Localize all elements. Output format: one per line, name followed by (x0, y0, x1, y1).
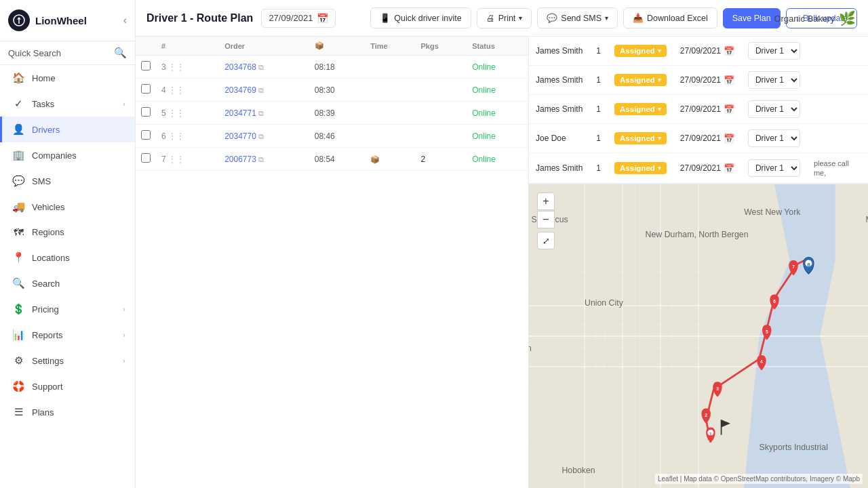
note-text: please call me, (814, 159, 849, 177)
copy-icon: ⧉ (258, 155, 264, 163)
svg-text:Union City: Union City (585, 298, 624, 308)
sidebar-item-label: Plans (32, 407, 125, 418)
row-checkbox[interactable] (141, 61, 151, 70)
driver-select[interactable]: Driver 1 (748, 71, 800, 89)
row-checkbox[interactable] (141, 84, 151, 94)
sidebar-item-reports[interactable]: 📊 Reports › (0, 322, 135, 348)
svg-text:Hoboken: Hoboken (561, 466, 595, 475)
sidebar-item-tasks[interactable]: ✓ Tasks › (0, 91, 135, 117)
sidebar-item-label: Regions (32, 227, 125, 237)
date-cell: 27/09/2021 📅 (680, 134, 734, 144)
order-link[interactable]: 2034768 (224, 62, 256, 72)
sidebar-item-home[interactable]: 🏠 Home (0, 65, 135, 91)
row-checkbox[interactable] (141, 153, 151, 163)
right-panel: James Smith 1 Assigned ▾ 27/09/2021 📅 Dr… (529, 37, 868, 488)
order-link[interactable]: 2034771 (224, 108, 256, 118)
recipient-name: James Smith (529, 95, 589, 124)
order-link[interactable]: 2006773 (224, 155, 256, 164)
sidebar-item-label: Pricing (32, 304, 116, 314)
status-badge[interactable]: Assigned ▾ (614, 74, 667, 86)
copy-icon: ⧉ (258, 86, 264, 94)
driver-select[interactable]: Driver 1 (748, 159, 800, 177)
vehicles-icon: 🚚 (12, 201, 25, 213)
sidebar-item-label: Tasks (32, 99, 116, 109)
status-badge[interactable]: Assigned ▾ (614, 162, 667, 174)
excel-icon: 📥 (633, 13, 644, 23)
status-badge[interactable]: Assigned ▾ (614, 103, 667, 115)
save-plan-button[interactable]: Save Plan (723, 8, 781, 28)
zoom-in-button[interactable]: + (537, 192, 555, 210)
sidebar-item-search[interactable]: 🔍 Search (0, 270, 135, 296)
pkg-count: 1 (589, 153, 608, 184)
sidebar-item-label: Drivers (32, 125, 125, 135)
order-link[interactable]: 2034770 (224, 131, 256, 141)
recipient-name: James Smith (529, 37, 589, 66)
collapse-icon[interactable]: ‹ (123, 14, 127, 26)
svg-text:Manhattan: Manhattan (865, 215, 868, 224)
svg-text:6: 6 (773, 299, 776, 304)
svg-text:New Durham, North Bergen: New Durham, North Bergen (646, 230, 749, 239)
sidebar: LionWheel ‹ Quick Search 🔍 🏠 Home ✓ Task… (0, 0, 136, 488)
svg-text:7: 7 (792, 264, 795, 269)
col-pkg: 📦 (309, 37, 365, 56)
recipient-name: Joe Doe (529, 124, 589, 153)
body-area: # Order 📦 Time Pkgs Status 3 ⋮⋮ 2034768 … (136, 37, 868, 488)
driver-select[interactable]: Driver 1 (748, 100, 800, 118)
bulk-update-button[interactable]: ↕ Bulk update (786, 8, 857, 28)
sidebar-item-plans[interactable]: ☰ Plans (0, 399, 135, 425)
sidebar-item-sms[interactable]: 💬 SMS (0, 168, 135, 194)
table-row: 5 ⋮⋮ 2034771 ⧉ 08:39 Online (136, 102, 528, 125)
sidebar-item-vehicles[interactable]: 🚚 Vehicles (0, 194, 135, 220)
date-cell: 27/09/2021 📅 (680, 163, 734, 174)
driver-select[interactable]: Driver 1 (748, 42, 800, 60)
time-cell: 08:30 (315, 85, 335, 95)
svg-text:West New York: West New York (744, 207, 801, 217)
home-icon: 🏠 (12, 72, 25, 84)
sidebar-item-pricing[interactable]: 💲 Pricing › (0, 296, 135, 322)
status-badge[interactable]: Assigned ▾ (614, 132, 667, 144)
fullscreen-button[interactable]: ⤢ (537, 232, 555, 249)
order-link[interactable]: 2034769 (224, 85, 256, 95)
sidebar-item-drivers[interactable]: 👤 Drivers (0, 117, 135, 142)
assigned-table-wrapper: James Smith 1 Assigned ▾ 27/09/2021 📅 Dr… (529, 37, 868, 184)
print-button[interactable]: 🖨 Print ▾ (477, 8, 532, 28)
settings-icon: ⚙ (12, 354, 25, 367)
quick-driver-invite-button[interactable]: 📱 Quick driver invite (370, 7, 471, 28)
chevron-down-icon: ▾ (519, 14, 522, 22)
download-excel-button[interactable]: 📥 Download Excel (623, 7, 717, 28)
col-num: # (156, 37, 219, 56)
sidebar-item-label: Reports (32, 330, 116, 340)
chevron-right-icon: › (123, 331, 125, 339)
date-picker[interactable]: 27/09/2021 📅 (261, 9, 336, 28)
zoom-out-button[interactable]: − (537, 211, 555, 228)
search-icon[interactable]: 🔍 (114, 47, 127, 59)
svg-text:4: 4 (760, 359, 763, 364)
sidebar-item-locations[interactable]: 📍 Locations (0, 245, 135, 270)
drag-icon: ⋮⋮ (168, 131, 184, 141)
sidebar-item-settings[interactable]: ⚙ Settings › (0, 348, 135, 373)
copy-icon: ⧉ (258, 132, 264, 140)
locations-icon: 📍 (12, 251, 25, 264)
quick-search-label: Quick Search (8, 48, 110, 58)
col-order: Order (219, 37, 309, 56)
send-sms-button[interactable]: 💬 Send SMS ▾ (537, 7, 618, 28)
map-section: Secaucus Harmon Cove New Durham, North B… (529, 184, 868, 488)
svg-text:2: 2 (705, 413, 707, 418)
date-cell: 27/09/2021 📅 (680, 46, 734, 56)
status-badge: Online (472, 85, 496, 95)
sidebar-item-companies[interactable]: 🏢 Companies (0, 142, 135, 168)
col-pkgs2: Pkgs (415, 37, 467, 56)
row-checkbox[interactable] (141, 130, 151, 140)
sidebar-item-regions[interactable]: 🗺 Regions (0, 220, 135, 245)
row-checkbox[interactable] (141, 107, 151, 117)
copy-icon: ⧉ (258, 63, 264, 71)
sidebar-item-support[interactable]: 🛟 Support (0, 373, 135, 399)
driver-select[interactable]: Driver 1 (748, 129, 800, 147)
assigned-row: James Smith 1 Assigned ▾ 27/09/2021 📅 Dr… (529, 66, 868, 95)
table-row: 4 ⋮⋮ 2034769 ⧉ 08:30 Online (136, 79, 528, 102)
assigned-row: James Smith 1 Assigned ▾ 27/09/2021 📅 Dr… (529, 37, 868, 66)
col-checkbox (136, 37, 156, 56)
status-badge[interactable]: Assigned ▾ (614, 45, 667, 57)
status-badge: Online (472, 62, 496, 72)
row-num: 4 (161, 85, 166, 95)
